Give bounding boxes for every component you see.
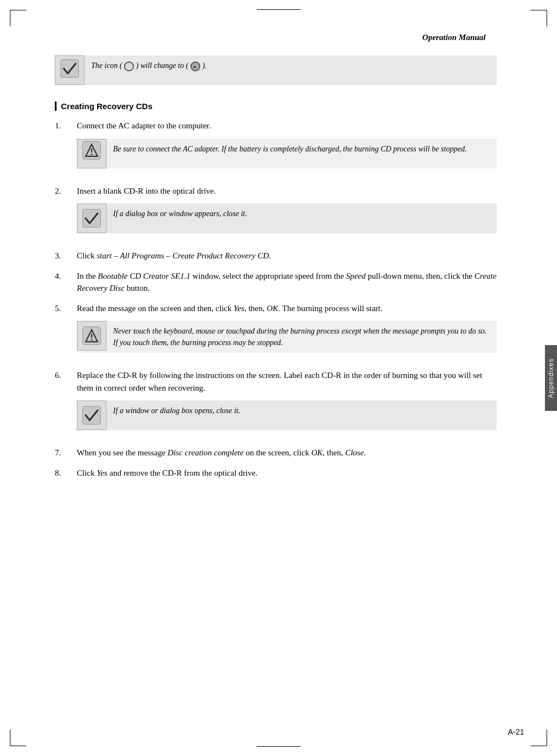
page-title: Operation Manual [423, 33, 486, 42]
page-footer: A-21 [508, 727, 524, 736]
intro-note-text: The icon ( ) will change to ( ● ). [91, 55, 497, 76]
step-1-note-text: Be sure to connect the AC adapter. If th… [113, 139, 497, 159]
step-5: 5. Read the message on the screen and th… [55, 302, 497, 362]
step-6-note-text: If a window or dialog box opens, close i… [113, 400, 497, 421]
step-5-note-icon [77, 321, 106, 351]
step-1-note-icon [77, 139, 106, 168]
appendixes-tab: Appendixes [545, 345, 557, 411]
step-5-num: 5. [55, 302, 77, 362]
step-3-italic: start – All Programs – Create Product Re… [97, 251, 269, 260]
corner-mark-br [531, 730, 547, 746]
step-1: 1. Connect the AC adapter to the compute… [55, 120, 497, 177]
intro-note-icon-wrap [55, 55, 85, 85]
step-7: 7. When you see the message Disc creatio… [55, 447, 497, 459]
step-8-content: Click Yes and remove the CD-R from the o… [77, 467, 497, 479]
step-2-note-icon [77, 204, 106, 233]
step-4-content: In the Bootable CD Creator SE1.1 window,… [77, 270, 497, 295]
corner-mark-tr [531, 10, 547, 26]
check-icon [60, 59, 80, 82]
step-8: 8. Click Yes and remove the CD-R from th… [55, 467, 497, 479]
warning-svg-1 [82, 140, 102, 160]
page-number: A-21 [508, 727, 524, 736]
step-1-num: 1. [55, 120, 77, 177]
step-3-content: Click start – All Programs – Create Prod… [77, 250, 497, 262]
warning-svg-2 [82, 326, 102, 346]
step-5-note-text: Never touch the keyboard, mouse or touch… [113, 321, 497, 353]
step-5-italic1: Yes [234, 304, 244, 313]
step-7-italic1: Disc creation complete [167, 448, 244, 457]
step-5-note: Never touch the keyboard, mouse or touch… [77, 321, 497, 353]
step-6-note: If a window or dialog box opens, close i… [77, 400, 497, 430]
check-svg [60, 59, 80, 78]
step-5-italic2: OK [267, 304, 278, 313]
step-4: 4. In the Bootable CD Creator SE1.1 wind… [55, 270, 497, 295]
step-8-italic1: Yes [97, 469, 107, 477]
step-5-content: Read the message on the screen and then,… [77, 302, 497, 362]
bottom-center-mark [257, 746, 301, 756]
svg-point-9 [91, 339, 93, 341]
step-2-text: Insert a blank CD-R into the optical dri… [77, 187, 216, 195]
check-svg-3 [82, 405, 102, 425]
warning-icon-1 [82, 140, 102, 167]
steps-list: 1. Connect the AC adapter to the compute… [55, 120, 497, 479]
step-7-num: 7. [55, 447, 77, 459]
step-4-num: 4. [55, 270, 77, 295]
intro-note-box: The icon ( ) will change to ( ● ). [55, 55, 497, 85]
step-7-italic3: Close [345, 448, 364, 457]
page-header: Operation Manual [55, 33, 497, 42]
step-2-content: Insert a blank CD-R into the optical dri… [77, 185, 497, 242]
step-2-num: 2. [55, 185, 77, 242]
step-1-note: Be sure to connect the AC adapter. If th… [77, 139, 497, 168]
appendixes-tab-label: Appendixes [547, 358, 555, 398]
check-svg-2 [82, 208, 102, 228]
step-6: 6. Replace the CD-R by following the ins… [55, 369, 497, 439]
step-2-note: If a dialog box or window appears, close… [77, 204, 497, 233]
main-content: Operation Manual The icon ( ) will chang… [55, 33, 513, 479]
svg-point-4 [91, 153, 93, 155]
corner-mark-bl [10, 730, 26, 746]
step-4-italic2: Speed [346, 272, 365, 280]
step-7-italic2: OK [311, 448, 323, 457]
step-2: 2. Insert a blank CD-R into the optical … [55, 185, 497, 242]
step-1-content: Connect the AC adapter to the computer. [77, 120, 497, 177]
step-3: 3. Click start – All Programs – Create P… [55, 250, 497, 262]
step-6-note-icon [77, 400, 106, 430]
step-4-italic1: Bootable CD Creator SE1.1 [98, 272, 190, 280]
step-8-num: 8. [55, 467, 77, 479]
step-6-content: Replace the CD-R by following the instru… [77, 369, 497, 439]
corner-mark-tl [10, 10, 26, 26]
step-7-content: When you see the message Disc creation c… [77, 447, 497, 459]
step-3-num: 3. [55, 250, 77, 262]
step-6-num: 6. [55, 369, 77, 439]
section-heading: Creating Recovery CDs [55, 101, 497, 111]
step-1-text: Connect the AC adapter to the computer. [77, 121, 211, 130]
top-center-mark [257, 0, 301, 10]
step-2-note-text: If a dialog box or window appears, close… [113, 204, 497, 224]
